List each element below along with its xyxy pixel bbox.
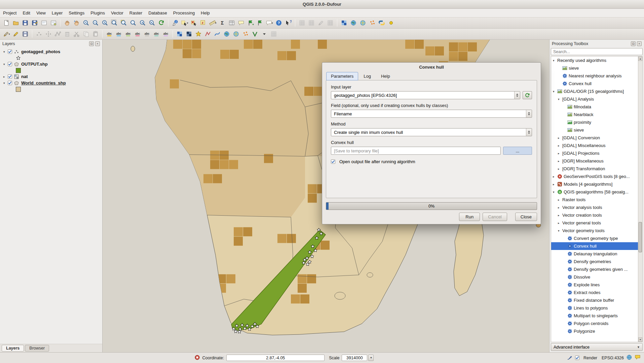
menu-project[interactable]: Project [0, 9, 20, 17]
toolbox-item-vector-creation-tools[interactable]: ▸Vector creation tools [551, 211, 642, 219]
toolbox-item-geoserver-postgis-tools-8-geo[interactable]: ▸GeoServer/PostGIS tools [8 geo... [551, 173, 642, 180]
map-tips-icon[interactable] [237, 19, 245, 27]
vector-tools-caret[interactable] [260, 30, 269, 38]
orange-dots-plugin-icon[interactable] [368, 19, 377, 27]
collapse-arrow-icon[interactable]: ▾ [553, 190, 557, 194]
toolbox-search-input[interactable] [551, 48, 643, 55]
convex-hull-dialog[interactable]: Convex hull Parameters Log Help Input la… [322, 62, 541, 224]
save-project-as-icon[interactable] [30, 19, 39, 27]
toolbox-item-polygonize[interactable]: Polygonize [551, 327, 642, 335]
checkerboard-blue-icon[interactable] [175, 30, 184, 38]
green-check-icon[interactable] [251, 30, 259, 38]
tab-help[interactable]: Help [376, 72, 395, 80]
combo-spinner[interactable] [526, 129, 532, 136]
menu-view[interactable]: View [33, 9, 49, 17]
toolbox-item-vector-geometry-tools[interactable]: ▾Vector geometry tools [551, 227, 642, 234]
toolbox-item-densify-geometries-given[interactable]: Densify geometries given ... [551, 265, 642, 273]
layer-visibility-checkbox[interactable] [8, 62, 12, 66]
toolbox-item-fixed-distance-buffer[interactable]: Fixed distance buffer [551, 296, 642, 304]
layer-item-output-shp[interactable]: ▾OUTPUT.shp [0, 61, 102, 67]
scroll-up-arrow[interactable]: ▲ [638, 57, 642, 61]
toolbox-item-polygon-centroids[interactable]: Polygon centroids [551, 320, 642, 327]
toolbox-item-convert-geometry-type[interactable]: Convert geometry type [551, 234, 642, 242]
label-move-icon[interactable]: abc [114, 30, 123, 38]
toolbox-scrollbar[interactable]: ▲ ▼ [638, 57, 642, 342]
new-project-icon[interactable] [2, 19, 11, 27]
zoom-native-icon[interactable]: 1 [101, 19, 109, 27]
layer-visibility-checkbox[interactable] [8, 49, 12, 54]
select-features-icon[interactable]: ▾ [180, 19, 189, 27]
close-panel-icon[interactable]: × [95, 41, 100, 46]
statistical-summary-icon[interactable]: Σ [218, 19, 227, 27]
checkerboard-plugin-icon[interactable] [340, 19, 348, 27]
run-button[interactable]: Run [459, 213, 480, 221]
collapse-arrow-icon[interactable]: ▾ [558, 98, 562, 101]
save-layer-edits-icon[interactable] [21, 30, 30, 38]
toolbox-item-proximity[interactable]: proximity [551, 118, 642, 126]
output-file-input[interactable]: [Save to temporary file] [331, 147, 501, 155]
zoom-full-icon[interactable] [110, 19, 119, 27]
attribute-table-icon[interactable] [227, 19, 236, 27]
expand-arrow-icon[interactable]: ▸ [558, 144, 562, 147]
menu-plugins[interactable]: Plugins [87, 9, 108, 17]
select-by-expression-icon[interactable]: ε [199, 19, 208, 27]
expand-arrow-icon[interactable]: ▸ [3, 75, 8, 78]
zoom-to-layer-icon[interactable] [129, 19, 138, 27]
input-layer-combo[interactable]: geotagged_photos [EPSG:4326] [331, 91, 520, 99]
scroll-down-arrow[interactable]: ▼ [638, 337, 642, 342]
menu-database[interactable]: Database [145, 9, 170, 17]
toolbox-item-vector-analysis-tools[interactable]: ▸Vector analysis tools [551, 204, 642, 211]
zoom-last-icon[interactable]: ◂ [138, 19, 147, 27]
panel-tab-layers[interactable]: Layers [2, 345, 24, 352]
collapse-arrow-icon[interactable]: ▾ [553, 90, 557, 93]
identify-features-icon[interactable]: i [171, 19, 180, 27]
menu-vector[interactable]: Vector [108, 9, 126, 17]
toolbox-item-sieve[interactable]: sieve [551, 126, 642, 134]
expand-arrow-icon[interactable]: ▸ [553, 183, 557, 186]
toolbox-item-gdal-projections[interactable]: ▸[GDAL] Projections [551, 149, 642, 157]
show-bookmarks-icon[interactable] [256, 19, 264, 27]
close-button[interactable]: Close [515, 213, 537, 221]
collapse-arrow-icon[interactable]: ▾ [558, 229, 562, 232]
label-show-hide-icon[interactable]: abc [143, 30, 151, 38]
save-project-icon[interactable] [21, 19, 30, 27]
toolbox-item-models-4-geoalgorithms[interactable]: ▸Models [4 geoalgorithms] [551, 180, 642, 188]
dropdown-caret-icon[interactable]: ▾ [8, 33, 10, 36]
coordinate-capture-icon[interactable] [358, 19, 367, 27]
label-rotate-icon[interactable]: abc [124, 30, 132, 38]
expand-arrow-icon[interactable]: ▸ [558, 152, 562, 155]
zoom-out-icon[interactable]: − [91, 19, 100, 27]
layer-visibility-checkbox[interactable] [8, 81, 12, 85]
composer-manager-icon[interactable] [49, 19, 58, 27]
expand-arrow-icon[interactable]: ▸ [558, 198, 562, 202]
label-highlight-icon[interactable]: abc [152, 30, 161, 38]
toolbox-item-delaunay-triangulation[interactable]: Delaunay triangulation [551, 250, 642, 258]
measure-icon[interactable]: ▾ [209, 19, 217, 27]
toolbox-item-explode-lines[interactable]: Explode lines [551, 281, 642, 289]
scrollbar-thumb[interactable] [639, 222, 642, 252]
log-messages-icon[interactable] [635, 354, 641, 361]
menu-settings[interactable]: Settings [66, 9, 87, 17]
tab-parameters[interactable]: Parameters [326, 72, 358, 80]
tab-log[interactable]: Log [359, 72, 376, 80]
toolbox-item-densify-geometries[interactable]: Densify geometries [551, 258, 642, 265]
toolbox-item-raster-tools[interactable]: ▸Raster tools [551, 196, 642, 204]
panel-tab-browser[interactable]: Browser [25, 345, 49, 352]
layer-item-geotagged-photos[interactable]: ▾geotagged_photos [0, 48, 102, 55]
new-bookmark-icon[interactable]: + [246, 19, 255, 27]
toolbox-item-gdal-analysis[interactable]: ▾[GDAL] Analysis [551, 95, 642, 103]
toolbox-item-qgis-geoalgorithms-58-geoalg[interactable]: ▾QQGIS geoalgorithms [58 geoalg... [551, 188, 642, 196]
toolbox-item-fillnodata[interactable]: fillnodata [551, 103, 642, 111]
menu-help[interactable]: Help [198, 9, 213, 17]
current-edits-icon[interactable]: ▾ [2, 30, 11, 38]
paintbrush-icon[interactable] [567, 355, 573, 361]
collapse-arrow-icon[interactable]: ▾ [3, 50, 8, 53]
orange-points-icon[interactable] [241, 30, 250, 38]
menu-edit[interactable]: Edit [20, 9, 33, 17]
toolbox-item-lines-to-polygons[interactable]: Lines to polygons [551, 304, 642, 312]
dock-panel-icon[interactable]: ⊡ [631, 41, 636, 46]
expand-arrow-icon[interactable]: ▸ [553, 175, 557, 178]
menu-raster[interactable]: Raster [126, 9, 145, 17]
browse-output-button[interactable]: ... [503, 147, 532, 155]
toolbox-item-multipart-to-singleparts[interactable]: Multipart to singleparts [551, 312, 642, 320]
